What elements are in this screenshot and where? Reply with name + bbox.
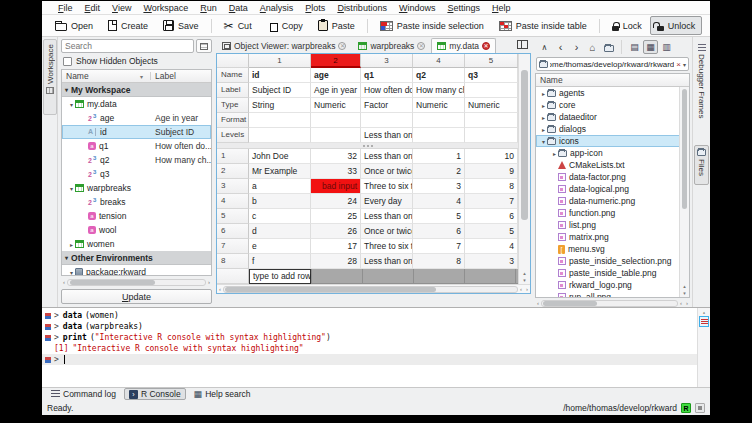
table-cell[interactable]: 6 [465, 209, 518, 224]
table-cell[interactable]: a [249, 179, 311, 194]
update-button[interactable]: Update [61, 289, 212, 304]
tree-item-wool[interactable]: wool [62, 223, 211, 237]
stop-engine-button[interactable] [695, 403, 705, 413]
table-cell[interactable] [249, 113, 311, 128]
expander-icon[interactable]: ▾ [68, 269, 75, 276]
table-cell[interactable]: b [249, 194, 311, 209]
file-item-menu-svg[interactable]: menu.svg [536, 243, 689, 255]
file-item-core[interactable]: ▸core [536, 99, 689, 111]
table-cell[interactable]: 33 [311, 164, 361, 179]
menu-help[interactable]: Help [486, 3, 517, 13]
console-scrollbar-minimap[interactable]: ▴ [697, 308, 710, 387]
row-number[interactable]: 8 [217, 254, 249, 269]
scrollbar-thumb[interactable] [70, 280, 155, 285]
expander-icon[interactable]: ▾ [540, 138, 547, 145]
row-number[interactable]: 7 [217, 239, 249, 254]
scrollbar-thumb[interactable] [521, 70, 528, 220]
table-cell[interactable]: 25 [311, 209, 361, 224]
file-item[interactable]: data-numeric.png [536, 195, 689, 207]
file-item[interactable]: data-logical.png [536, 183, 689, 195]
tree-item-q3[interactable]: q3 [62, 167, 211, 181]
table-cell[interactable]: Mr Example [249, 164, 311, 179]
up-button[interactable] [537, 40, 552, 54]
close-icon[interactable]: ✕ [417, 42, 425, 50]
table-cell[interactable]: 9 [465, 164, 518, 179]
file-item[interactable]: run_all.png [536, 291, 689, 298]
table-cell[interactable]: Less than onc... [361, 209, 413, 224]
tree-item-women[interactable]: ▸women [62, 237, 211, 251]
table-cell[interactable]: 7 [465, 194, 518, 209]
table-cell[interactable]: Age in year [311, 83, 361, 98]
unlock-button[interactable]: Unlock [650, 16, 703, 35]
table-cell[interactable]: How often do... [361, 83, 413, 98]
tree-view-button[interactable] [643, 40, 658, 54]
paste-inside-selection-button[interactable]: Paste inside selection [373, 16, 491, 35]
file-item-dataeditor[interactable]: ▸dataeditor [536, 111, 689, 123]
table-cell[interactable] [249, 128, 311, 143]
menu-plots[interactable]: Plots [299, 3, 331, 13]
new-folder-button[interactable] [601, 40, 616, 54]
menu-view[interactable]: View [106, 3, 137, 13]
file-item-app-icon[interactable]: ▸app-icon [536, 147, 689, 159]
table-cell[interactable]: 7 [413, 239, 465, 254]
cut-button[interactable]: Cut [217, 16, 259, 35]
row-number[interactable]: 1 [217, 149, 249, 164]
menu-file[interactable]: File [52, 3, 79, 13]
row-number[interactable]: 4 [217, 194, 249, 209]
files-vertical-scrollbar[interactable]: ▴▾ [679, 87, 689, 297]
file-item-dialogs[interactable]: ▸dialogs [536, 123, 689, 135]
minimap-thumb[interactable] [699, 316, 709, 327]
menu-settings[interactable]: Settings [441, 3, 486, 13]
file-item[interactable]: list.png [536, 219, 689, 231]
file-item-icons[interactable]: ▾icons [536, 135, 689, 147]
table-cell[interactable]: 6 [413, 224, 465, 239]
section-other-environments[interactable]: ▾Other Environments [62, 251, 211, 265]
path-combobox[interactable]: home/thomas/develop/rkward/rkward/ [536, 57, 689, 71]
scroll-up-icon[interactable]: ▴ [519, 270, 530, 276]
table-cell[interactable]: 32 [311, 149, 361, 164]
column-header[interactable]: 5 [465, 54, 518, 68]
table-cell[interactable]: Subject ID [249, 83, 311, 98]
scroll-right-icon[interactable]: › [524, 286, 530, 292]
section-my-workspace[interactable]: ▾My Workspace [62, 83, 211, 97]
menu-analysis[interactable]: Analysis [254, 3, 300, 13]
name-column-header[interactable]: Name [62, 71, 89, 81]
scroll-down-icon[interactable]: ▾ [680, 290, 689, 296]
menu-data[interactable]: Data [223, 3, 254, 13]
table-cell[interactable]: 26 [311, 224, 361, 239]
column-header-selected[interactable]: 2 [311, 54, 361, 68]
menu-workspace[interactable]: Workspace [137, 3, 194, 13]
short-view-button[interactable] [627, 40, 642, 54]
table-cell[interactable]: Every day [361, 194, 413, 209]
r-engine-badge[interactable]: R [681, 403, 691, 413]
tab-object-viewer[interactable]: Object Viewer: warpbreaks✕ [216, 38, 352, 53]
table-cell[interactable]: q3 [465, 68, 518, 83]
row-number[interactable]: 3 [217, 179, 249, 194]
row-number[interactable]: 6 [217, 224, 249, 239]
workspace-dock-tab[interactable]: Workspace [43, 39, 57, 115]
add-row-edit-cell[interactable]: type to add row [249, 269, 311, 284]
scrollbar-thumb[interactable] [225, 287, 436, 292]
table-cell[interactable]: 5 [413, 209, 465, 224]
table-cell[interactable]: 5 [465, 224, 518, 239]
table-cell[interactable]: Numeric [311, 98, 361, 113]
save-button[interactable]: Save [156, 16, 206, 35]
table-cell[interactable]: 24 [311, 194, 361, 209]
file-item-agents[interactable]: ▸agents [536, 87, 689, 99]
tree-header[interactable]: Name ▾ Label [62, 70, 211, 83]
paste-inside-table-button[interactable]: Paste inside table [492, 16, 594, 35]
open-button[interactable]: Open [48, 16, 100, 35]
show-hidden-checkbox[interactable] [63, 57, 72, 66]
table-cell[interactable]: 3 [465, 254, 518, 269]
tree-item-q1[interactable]: q1How often do... [62, 139, 211, 153]
tab-warpbreaks[interactable]: warpbreaks✕ [352, 38, 431, 53]
table-cell[interactable] [465, 128, 518, 143]
split-view-button[interactable] [517, 39, 528, 49]
file-item[interactable]: paste_inside_selection.png [536, 255, 689, 267]
file-item[interactable]: matrix.png [536, 231, 689, 243]
table-cell[interactable]: 4 [413, 194, 465, 209]
expander-icon[interactable]: ▸ [551, 150, 558, 157]
table-cell[interactable]: id [249, 68, 311, 83]
menu-distributions[interactable]: Distributions [331, 3, 393, 13]
expander-icon[interactable]: ▸ [540, 114, 547, 121]
